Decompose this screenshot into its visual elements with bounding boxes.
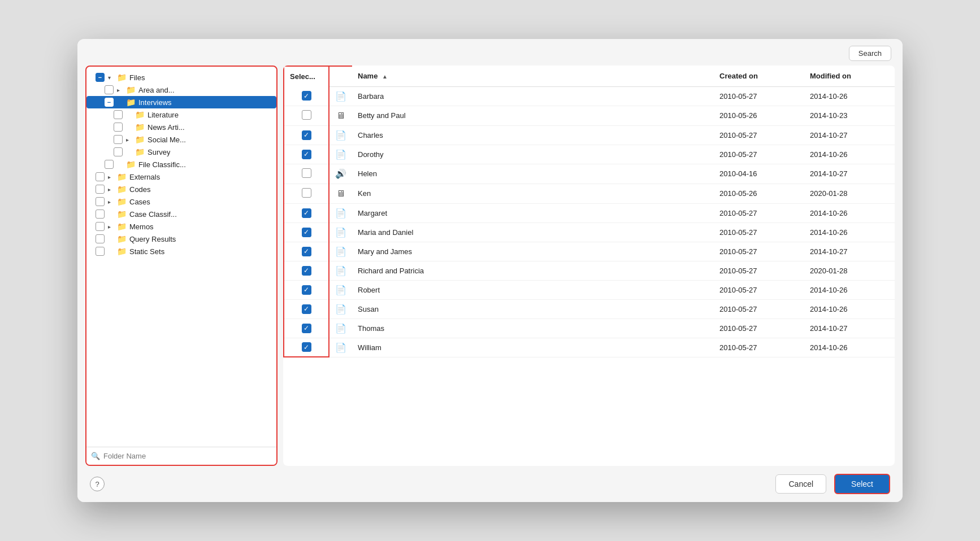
sidebar-arrow-cases: ▸ bbox=[108, 199, 116, 205]
created-cell-richard-and-patricia: 2010-05-27 bbox=[714, 261, 804, 280]
bottom-actions: Cancel Select bbox=[775, 474, 890, 494]
select-cell-william[interactable]: ✓ bbox=[284, 338, 329, 357]
checkbox-margaret[interactable]: ✓ bbox=[302, 208, 311, 218]
sidebar-item-news-arti[interactable]: 📁News Arti... bbox=[86, 121, 276, 133]
select-cell-robert[interactable]: ✓ bbox=[284, 280, 329, 299]
select-cell-betty-and-paul[interactable] bbox=[284, 106, 329, 125]
modified-cell-richard-and-patricia: 2020-01-28 bbox=[804, 261, 895, 280]
col-select: Selec... bbox=[284, 66, 329, 86]
file-type-icon-thomas: 📄 bbox=[335, 324, 346, 333]
sidebar-checkbox-static-sets[interactable] bbox=[96, 247, 105, 256]
created-cell-dorothy: 2010-05-27 bbox=[714, 145, 804, 164]
sidebar-item-file-classific[interactable]: 📁File Classific... bbox=[86, 158, 276, 171]
modified-cell-william: 2014-10-26 bbox=[804, 338, 895, 357]
icon-cell-dorothy: 📄 bbox=[329, 145, 352, 164]
checkbox-mary-and-james[interactable]: ✓ bbox=[302, 247, 311, 256]
select-cell-barbara[interactable]: ✓ bbox=[284, 86, 329, 106]
sidebar-item-survey[interactable]: 📁Survey bbox=[86, 146, 276, 158]
select-cell-richard-and-patricia[interactable]: ✓ bbox=[284, 261, 329, 280]
file-type-icon-richard-and-patricia: 📄 bbox=[335, 266, 346, 276]
sidebar-item-literature[interactable]: 📁Literature bbox=[86, 108, 276, 121]
folder-icon-memos: 📁 bbox=[117, 222, 127, 231]
name-cell-betty-and-paul: Betty and Paul bbox=[352, 106, 714, 125]
sidebar-label-area-and: Area and... bbox=[138, 86, 175, 94]
sidebar-search-bar: 🔍 bbox=[86, 447, 276, 465]
sidebar-checkbox-files[interactable]: − bbox=[96, 73, 105, 82]
created-cell-barbara: 2010-05-27 bbox=[714, 86, 804, 106]
select-cell-mary-and-james[interactable]: ✓ bbox=[284, 242, 329, 261]
sidebar-checkbox-social-me[interactable] bbox=[114, 135, 123, 144]
checkbox-thomas[interactable]: ✓ bbox=[302, 324, 311, 333]
sidebar-checkbox-codes[interactable] bbox=[96, 185, 105, 194]
modified-cell-mary-and-james: 2014-10-27 bbox=[804, 242, 895, 261]
sidebar-checkbox-externals[interactable] bbox=[96, 172, 105, 181]
sidebar-label-case-classif: Case Classif... bbox=[129, 210, 177, 219]
sidebar-item-static-sets[interactable]: 📁Static Sets bbox=[86, 245, 276, 258]
sidebar-checkbox-interviews[interactable]: − bbox=[105, 98, 114, 107]
sidebar-search-input[interactable] bbox=[103, 452, 272, 460]
sidebar-label-literature: Literature bbox=[148, 111, 179, 119]
created-cell-susan: 2010-05-27 bbox=[714, 299, 804, 319]
sidebar-checkbox-cases[interactable] bbox=[96, 197, 105, 206]
icon-cell-betty-and-paul: 🖥 bbox=[329, 106, 352, 125]
sidebar-checkbox-news-arti[interactable] bbox=[114, 123, 123, 132]
help-button[interactable]: ? bbox=[90, 477, 105, 491]
sort-arrow-icon: ▲ bbox=[382, 73, 388, 80]
sidebar-checkbox-area-and[interactable] bbox=[105, 85, 114, 94]
checkbox-charles[interactable]: ✓ bbox=[302, 130, 311, 140]
sidebar-item-case-classif[interactable]: 📁Case Classif... bbox=[86, 208, 276, 220]
select-cell-maria-and-daniel[interactable]: ✓ bbox=[284, 222, 329, 242]
select-cell-thomas[interactable]: ✓ bbox=[284, 319, 329, 338]
select-cell-dorothy[interactable]: ✓ bbox=[284, 145, 329, 164]
modified-cell-dorothy: 2014-10-26 bbox=[804, 145, 895, 164]
checkbox-robert[interactable]: ✓ bbox=[302, 285, 311, 295]
checkbox-betty-and-paul[interactable] bbox=[302, 110, 311, 120]
checkbox-richard-and-patricia[interactable]: ✓ bbox=[302, 266, 311, 276]
sidebar-item-codes[interactable]: ▸📁Codes bbox=[86, 183, 276, 195]
icon-cell-mary-and-james: 📄 bbox=[329, 242, 352, 261]
file-type-icon-maria-and-daniel: 📄 bbox=[335, 228, 346, 237]
checkbox-barbara[interactable]: ✓ bbox=[302, 91, 311, 101]
table-row: ✓📄Maria and Daniel2010-05-272014-10-26 bbox=[284, 222, 895, 242]
sidebar-item-files[interactable]: −▾📁Files bbox=[86, 71, 276, 84]
search-button[interactable]: Search bbox=[849, 46, 891, 61]
folder-icon-news-arti: 📁 bbox=[135, 123, 145, 132]
col-name[interactable]: Name ▲ bbox=[352, 66, 714, 86]
checkbox-ken[interactable] bbox=[302, 188, 311, 198]
select-cell-susan[interactable]: ✓ bbox=[284, 299, 329, 319]
sidebar-checkbox-case-classif[interactable] bbox=[96, 210, 105, 219]
name-cell-barbara: Barbara bbox=[352, 86, 714, 106]
sidebar-checkbox-survey[interactable] bbox=[114, 147, 123, 156]
sidebar-label-query-results: Query Results bbox=[129, 235, 176, 243]
sidebar-label-news-arti: News Arti... bbox=[148, 123, 185, 132]
modified-cell-maria-and-daniel: 2014-10-26 bbox=[804, 222, 895, 242]
checkbox-william[interactable]: ✓ bbox=[302, 342, 311, 352]
sidebar-checkbox-query-results[interactable] bbox=[96, 234, 105, 243]
sidebar-checkbox-file-classific[interactable] bbox=[105, 160, 114, 169]
select-cell-ken[interactable] bbox=[284, 184, 329, 203]
table-row: ✓📄Charles2010-05-272014-10-27 bbox=[284, 125, 895, 145]
sidebar-item-cases[interactable]: ▸📁Cases bbox=[86, 195, 276, 208]
checkbox-maria-and-daniel[interactable]: ✓ bbox=[302, 228, 311, 237]
modified-cell-ken: 2020-01-28 bbox=[804, 184, 895, 203]
checkbox-helen[interactable] bbox=[302, 168, 311, 178]
sidebar-item-interviews[interactable]: −📁Interviews bbox=[86, 96, 276, 108]
folder-icon-area-and: 📁 bbox=[126, 85, 136, 94]
sidebar-arrow-externals: ▸ bbox=[108, 174, 116, 180]
select-cell-margaret[interactable]: ✓ bbox=[284, 203, 329, 222]
select-button[interactable]: Select bbox=[834, 474, 890, 494]
checkbox-dorothy[interactable]: ✓ bbox=[302, 150, 311, 159]
sidebar-item-query-results[interactable]: 📁Query Results bbox=[86, 233, 276, 245]
sidebar-item-social-me[interactable]: ▸📁Social Me... bbox=[86, 133, 276, 146]
select-cell-charles[interactable]: ✓ bbox=[284, 125, 329, 145]
created-cell-william: 2010-05-27 bbox=[714, 338, 804, 357]
sidebar-item-area-and[interactable]: ▸📁Area and... bbox=[86, 84, 276, 96]
select-cell-helen[interactable] bbox=[284, 164, 329, 184]
cancel-button[interactable]: Cancel bbox=[775, 474, 826, 494]
sidebar-checkbox-memos[interactable] bbox=[96, 222, 105, 231]
checkbox-susan[interactable]: ✓ bbox=[302, 304, 311, 314]
sidebar-item-externals[interactable]: ▸📁Externals bbox=[86, 171, 276, 183]
sidebar-item-memos[interactable]: ▸📁Memos bbox=[86, 220, 276, 233]
folder-icon-file-classific: 📁 bbox=[126, 160, 136, 169]
sidebar-checkbox-literature[interactable] bbox=[114, 110, 123, 119]
